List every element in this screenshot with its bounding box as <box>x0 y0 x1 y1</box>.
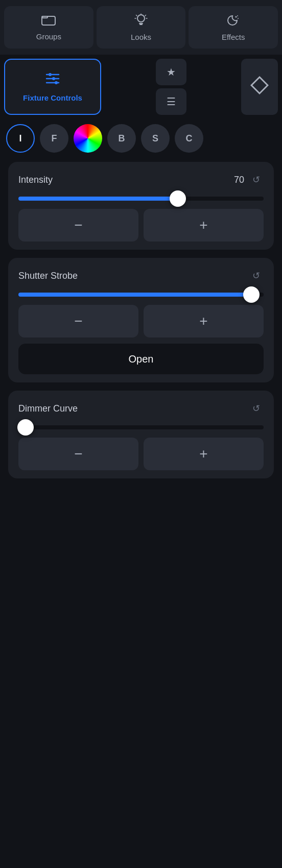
nav-item-groups[interactable]: Groups <box>4 6 93 49</box>
minus-icon: − <box>74 446 82 462</box>
dimmer-curve-reset-button[interactable]: ↺ <box>248 401 264 416</box>
controls-area: Intensity 70 ↺ − + Shutter Strobe ↺ <box>0 158 282 483</box>
svg-point-4 <box>238 18 239 19</box>
filter-tab-F[interactable]: F <box>40 124 68 153</box>
filter-tab-B-label: B <box>119 133 125 144</box>
intensity-buttons: − + <box>18 209 264 242</box>
star-button[interactable]: ★ <box>156 59 186 85</box>
filter-tab-C[interactable]: C <box>175 124 203 153</box>
sliders-icon <box>45 71 60 89</box>
dimmer-curve-label: Dimmer Curve <box>18 403 78 414</box>
shutter-strobe-slider-track[interactable] <box>18 293 264 297</box>
bulb-icon <box>134 13 148 29</box>
svg-rect-11 <box>55 81 58 84</box>
dimmer-curve-card: Dimmer Curve ↺ − + <box>8 391 274 478</box>
list-button[interactable]: ☰ <box>156 88 186 115</box>
intensity-label: Intensity <box>18 175 53 185</box>
svg-marker-13 <box>251 77 268 93</box>
intensity-plus-button[interactable]: + <box>144 209 264 242</box>
filter-tab-I[interactable]: I <box>6 124 35 153</box>
filter-tab-C-label: C <box>186 133 193 144</box>
nav-item-looks[interactable]: Looks <box>97 6 186 49</box>
filter-tab-color[interactable] <box>74 124 102 153</box>
intensity-slider-thumb[interactable] <box>170 190 186 207</box>
shutter-strobe-header: Shutter Strobe ↺ <box>18 268 264 283</box>
nav-item-effects[interactable]: Effects <box>189 6 278 49</box>
second-nav: Fixture Controls ★ ☰ <box>0 55 282 119</box>
diamond-button[interactable] <box>241 59 278 115</box>
svg-rect-10 <box>52 77 55 80</box>
dimmer-curve-plus-button[interactable]: + <box>144 438 264 470</box>
filter-tab-S-label: S <box>152 133 158 144</box>
shutter-strobe-card: Shutter Strobe ↺ − + Open <box>8 258 274 382</box>
nav-label-effects: Effects <box>222 33 245 41</box>
moon-icon <box>227 13 240 29</box>
plus-icon: + <box>199 217 207 233</box>
svg-point-3 <box>235 16 237 18</box>
shutter-strobe-reset-button[interactable]: ↺ <box>248 268 264 283</box>
svg-point-5 <box>237 15 238 16</box>
intensity-card: Intensity 70 ↺ − + <box>8 162 274 250</box>
star-icon: ★ <box>167 66 176 78</box>
svg-marker-12 <box>251 77 268 93</box>
dimmer-curve-buttons: − + <box>18 438 264 470</box>
dimmer-curve-minus-button[interactable]: − <box>18 438 138 470</box>
top-nav: Groups Looks Effects <box>0 0 282 55</box>
shutter-strobe-slider-fill <box>18 293 251 297</box>
minus-icon: − <box>74 217 82 233</box>
plus-icon: + <box>199 446 207 462</box>
folder-icon <box>41 14 56 28</box>
fixture-controls-button[interactable]: Fixture Controls <box>4 59 101 115</box>
svg-rect-9 <box>49 73 52 76</box>
nav-label-looks: Looks <box>131 33 151 41</box>
filter-tab-B[interactable]: B <box>107 124 136 153</box>
diamond-icon <box>250 76 269 98</box>
fixture-controls-label: Fixture Controls <box>23 93 82 102</box>
intensity-reset-button[interactable]: ↺ <box>248 172 264 187</box>
intensity-slider-track[interactable] <box>18 197 264 201</box>
shutter-strobe-buttons: − + <box>18 305 264 337</box>
filter-tabs: I F B S C <box>0 119 282 158</box>
dimmer-curve-header: Dimmer Curve ↺ <box>18 401 264 416</box>
dimmer-curve-slider-thumb[interactable] <box>17 419 34 436</box>
shutter-strobe-label: Shutter Strobe <box>18 271 78 281</box>
dimmer-curve-slider-track[interactable] <box>18 425 264 429</box>
shutter-strobe-slider-thumb[interactable] <box>243 286 260 303</box>
intensity-value: 70 <box>234 175 244 185</box>
shutter-strobe-plus-button[interactable]: + <box>144 305 264 337</box>
nav-label-groups: Groups <box>36 32 61 41</box>
filter-tab-I-label: I <box>19 133 21 144</box>
svg-rect-1 <box>42 16 48 18</box>
side-icon-column: ★ ☰ <box>104 59 238 115</box>
filter-tab-S[interactable]: S <box>141 124 170 153</box>
plus-icon: + <box>199 313 207 329</box>
shutter-strobe-minus-button[interactable]: − <box>18 305 138 337</box>
open-button[interactable]: Open <box>18 344 264 374</box>
intensity-minus-button[interactable]: − <box>18 209 138 242</box>
svg-point-2 <box>137 15 145 22</box>
intensity-header: Intensity 70 ↺ <box>18 172 264 187</box>
filter-tab-F-label: F <box>52 133 57 144</box>
list-icon: ☰ <box>167 95 176 108</box>
intensity-slider-fill <box>18 197 178 201</box>
minus-icon: − <box>74 313 82 329</box>
